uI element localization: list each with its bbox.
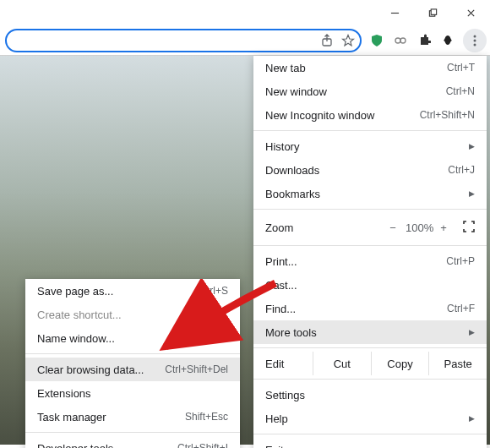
menu-item-label: Help: [265, 412, 288, 425]
svg-point-7: [400, 38, 406, 43]
menu-shortcut: Ctrl+N: [446, 85, 475, 97]
menu-item-label: Print...: [265, 255, 297, 268]
submenu-shortcut: Ctrl+Shift+Del: [165, 363, 228, 375]
submenu-item-task-manager[interactable]: Task managerShift+Esc: [25, 405, 240, 429]
submenu-item-label: Clear browsing data...: [37, 363, 144, 376]
menu-item-label: History: [265, 140, 299, 153]
submenu-item-developer-tools[interactable]: Developer toolsCtrl+Shift+I: [25, 436, 240, 448]
menu-item-help[interactable]: Help▶: [253, 407, 487, 430]
menu-item-label: Settings: [265, 389, 305, 402]
submenu-item-name-window[interactable]: Name window...: [25, 326, 240, 350]
submenu-item-save-page-as[interactable]: Save page as...Ctrl+S: [25, 279, 240, 303]
submenu-item-label: Developer tools: [37, 442, 113, 449]
menu-item-find[interactable]: Find...Ctrl+F: [253, 297, 487, 320]
close-button[interactable]: [452, 0, 490, 25]
menu-item-label: New window: [265, 85, 327, 98]
submenu-shortcut: Ctrl+Shift+I: [177, 442, 228, 448]
menu-item-label: New Incognito window: [265, 109, 374, 122]
menu-shortcut: Ctrl+P: [446, 255, 475, 267]
submenu-item-label: Name window...: [37, 332, 115, 345]
svg-point-9: [474, 39, 476, 41]
menu-shortcut: Ctrl+T: [447, 62, 475, 74]
submenu-item-label: Task manager: [37, 411, 106, 423]
maximize-button[interactable]: [414, 0, 452, 25]
puzzle-icon[interactable]: [417, 34, 431, 47]
zoom-in-button[interactable]: +: [431, 221, 456, 234]
menu-item-history[interactable]: History▶: [253, 134, 487, 158]
submenu-item-label: Create shortcut...: [37, 309, 122, 321]
menu-item-new-tab[interactable]: New tabCtrl+T: [253, 56, 487, 79]
edit-row: Edit Cut Copy Paste: [253, 352, 487, 375]
submenu-item-create-shortcut[interactable]: Create shortcut...: [25, 303, 240, 326]
menu-item-label: Downloads: [265, 164, 319, 177]
minimize-button[interactable]: [376, 0, 414, 25]
fullscreen-icon[interactable]: [463, 221, 475, 235]
extension-icons: [362, 34, 463, 47]
menu-shortcut: Ctrl+J: [448, 164, 475, 176]
submenu-item-label: Extensions: [37, 387, 91, 400]
menu-item-label: Cast...: [265, 279, 297, 292]
window-titlebar: [0, 0, 490, 25]
more-tools-submenu: Save page as...Ctrl+SCreate shortcut...N…: [25, 279, 240, 448]
submenu-item-extensions[interactable]: Extensions: [25, 381, 240, 405]
edit-label: Edit: [253, 358, 313, 370]
svg-point-8: [474, 35, 476, 37]
svg-rect-2: [431, 8, 436, 14]
submenu-shortcut: Ctrl+S: [199, 285, 228, 297]
menu-item-print[interactable]: Print...Ctrl+P: [253, 249, 487, 273]
extension-icon[interactable]: [441, 34, 455, 47]
svg-point-6: [395, 38, 400, 43]
submenu-item-label: Save page as...: [37, 285, 113, 298]
menu-item-exit[interactable]: Exit: [253, 438, 487, 448]
svg-point-10: [474, 43, 476, 46]
menu-item-label: Find...: [265, 303, 296, 315]
browser-toolbar: [0, 25, 490, 56]
menu-item-new-incognito-window[interactable]: New Incognito windowCtrl+Shift+N: [253, 103, 487, 127]
menu-item-label: More tools: [265, 326, 317, 339]
menu-shortcut: Ctrl+Shift+N: [420, 109, 475, 121]
link-icon[interactable]: [394, 34, 407, 47]
submenu-shortcut: Shift+Esc: [185, 411, 228, 423]
zoom-label: Zoom: [265, 221, 380, 234]
menu-item-label: Bookmarks: [265, 188, 320, 200]
menu-item-cast[interactable]: Cast...: [253, 273, 487, 297]
submenu-item-clear-browsing-data[interactable]: Clear browsing data...Ctrl+Shift+Del: [25, 358, 240, 381]
copy-button[interactable]: Copy: [371, 352, 429, 375]
chevron-right-icon: ▶: [469, 189, 475, 198]
menu-item-label: New tab: [265, 62, 306, 74]
menu-item-settings[interactable]: Settings: [253, 383, 487, 407]
zoom-row: Zoom − 100% +: [253, 213, 487, 242]
cut-button[interactable]: Cut: [313, 352, 371, 375]
menu-item-more-tools[interactable]: More tools▶: [253, 320, 487, 344]
chevron-right-icon: ▶: [469, 328, 475, 336]
more-button[interactable]: [463, 29, 487, 52]
menu-item-downloads[interactable]: DownloadsCtrl+J: [253, 158, 487, 182]
main-menu: New tabCtrl+TNew windowCtrl+NNew Incogni…: [253, 56, 487, 448]
menu-item-new-window[interactable]: New windowCtrl+N: [253, 79, 487, 103]
menu-item-label: Exit: [265, 444, 284, 449]
menu-item-bookmarks[interactable]: Bookmarks▶: [253, 182, 487, 205]
paste-button[interactable]: Paste: [428, 352, 487, 375]
chevron-right-icon: ▶: [469, 414, 475, 423]
zoom-out-button[interactable]: −: [380, 221, 406, 234]
shield-icon[interactable]: [370, 34, 384, 47]
share-icon[interactable]: [321, 34, 335, 47]
chevron-right-icon: ▶: [469, 142, 475, 150]
zoom-value: 100%: [406, 221, 431, 234]
menu-shortcut: Ctrl+F: [447, 303, 475, 314]
star-icon[interactable]: [341, 34, 355, 47]
address-bar[interactable]: [5, 29, 362, 52]
